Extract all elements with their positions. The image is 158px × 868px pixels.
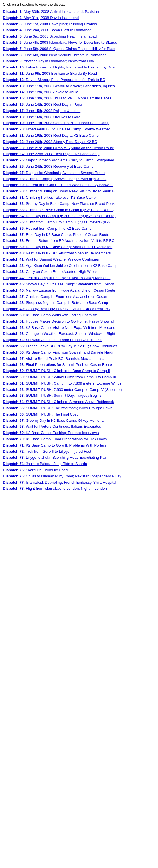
dispatch-link-40[interactable]: Dispatch 40: Rest Day in K2 BC; Visit fr… xyxy=(3,250,155,256)
dispatch-label-73: Dispatch 73: xyxy=(3,455,26,460)
dispatch-link-50[interactable]: Dispatch 50: K2 Base Camp Waits with Fad… xyxy=(3,312,155,318)
dispatch-link-56[interactable]: Dispatch 56: K2 Base Camp; Visit from Sp… xyxy=(3,349,155,355)
dispatch-link-65[interactable]: Dispatch 65: SUMMIT PUSH: The Aftermath;… xyxy=(3,405,155,411)
dispatch-link-4[interactable]: Dispatch 4: June 2nd, 2008 Bomb Blast In… xyxy=(3,27,155,33)
dispatch-link-60[interactable]: Dispatch 60: SUMMIT PUSH: Windy Climb fr… xyxy=(3,374,155,380)
dispatch-link-54[interactable]: Dispatch 54: Snowfall Continues; Three F… xyxy=(3,337,155,343)
dispatch-title-1: May 30th, 2008 Arrival In Islamabad, Pak… xyxy=(24,9,99,13)
dispatch-label-56: Dispatch 56: xyxy=(3,350,26,354)
dispatch-link-13[interactable]: Dispatch 13: June 11th, 2008 Skardu to A… xyxy=(3,83,155,89)
dispatch-link-68[interactable]: Dispatch 68: Wait for Porters Continues;… xyxy=(3,424,155,430)
dispatch-link-1[interactable]: Dispatch 1: May 30th, 2008 Arrival In Is… xyxy=(3,9,155,15)
dispatch-link-39[interactable]: Dispatch 39: Rest Day in K2 Base Camp; A… xyxy=(3,244,155,250)
dispatch-link-52[interactable]: Dispatch 52: K2 Base Camp; Visit to Nori… xyxy=(3,325,155,331)
dispatch-link-67[interactable]: Dispatch 67: Gloomy Day in K2 Base Camp;… xyxy=(3,418,155,424)
dispatch-link-59[interactable]: Dispatch 59: SUMMIT PUSH: Climb from Bas… xyxy=(3,368,155,374)
dispatch-link-24[interactable]: Dispatch 24: June 22nd, 2008 Rest Day at… xyxy=(3,151,155,157)
dispatch-link-31[interactable]: Dispatch 31: Climbing Politics Take over… xyxy=(3,195,155,200)
dispatch-link-58[interactable]: Dispatch 58: Final Preparations for Summ… xyxy=(3,362,155,368)
dispatch-link-72[interactable]: Dispatch 72: Trek from Goro II to Lillyg… xyxy=(3,449,155,455)
dispatch-title-76: Chilas to Islamabad by Road; Pakistan In… xyxy=(26,474,121,478)
dispatch-link-73[interactable]: Dispatch 73: Lillygo to Jhula; Scorching… xyxy=(3,455,155,461)
dispatch-link-21[interactable]: Dispatch 21: June 19th, 2008 Rest Day at… xyxy=(3,133,155,139)
dispatch-link-34[interactable]: Dispatch 34: Rest Day in Camp II (6,300 … xyxy=(3,213,155,219)
dispatch-link-3[interactable]: Dispatch 3: June 1st, 2008 Rawalpindi; R… xyxy=(3,21,155,27)
dispatch-label-69: Dispatch 69: xyxy=(3,431,26,435)
dispatch-link-55[interactable]: Dispatch 55: French Leave BC; Busy Day i… xyxy=(3,343,155,349)
dispatch-link-43[interactable]: Dispatch 43: Carry on Cesan Route Aborte… xyxy=(3,269,155,275)
dispatch-title-14: June 12th, 2008 Askole to Jhula xyxy=(26,90,78,94)
dispatch-link-38[interactable]: Dispatch 38: French Return from BP Accli… xyxy=(3,238,155,244)
dispatch-link-45[interactable]: Dispatch 45: Snowy Day in K2 Base Camp; … xyxy=(3,281,155,287)
dispatch-link-51[interactable]: Dispatch 51: Hugues Makes Decision to Go… xyxy=(3,319,155,324)
dispatch-link-36[interactable]: Dispatch 36: Retreat from Camp III to K2… xyxy=(3,226,155,231)
dispatch-title-16: June 14th, 2008 Rest Day in Paiju xyxy=(26,102,82,106)
dispatch-link-62[interactable]: Dispatch 62: SUMMIT PUSH: 7,600 meter Ca… xyxy=(3,387,155,393)
dispatch-link-48[interactable]: Dispatch 48: Sleepless Night in Camp II;… xyxy=(3,300,155,306)
dispatch-label-61: Dispatch 61: xyxy=(3,381,26,385)
dispatch-link-32[interactable]: Dispatch 32: Stormy Day in Base Camp; Ne… xyxy=(3,201,155,207)
dispatch-link-74[interactable]: Dispatch 74: Jhula to Pakora; Jeep Ride … xyxy=(3,461,155,467)
dispatch-link-20[interactable]: Dispatch 20: Broad Peak BC to K2 Base Ca… xyxy=(3,126,155,132)
dispatch-link-30[interactable]: Dispatch 30: Climber Missing on Broad Pe… xyxy=(3,188,155,194)
dispatch-link-75[interactable]: Dispatch 75: Skardu to Chilas by Road xyxy=(3,467,155,473)
dispatch-link-76[interactable]: Dispatch 76: Chilas to Islamabad by Road… xyxy=(3,473,155,479)
dispatch-link-14[interactable]: Dispatch 14: June 12th, 2008 Askole to J… xyxy=(3,89,155,95)
dispatch-link-25[interactable]: Dispatch 25: Major Stomach Problems, Car… xyxy=(3,157,155,163)
dispatch-title-53: Change in Weather Forecast; Summit Windo… xyxy=(26,332,115,336)
dispatch-link-66[interactable]: Dispatch 66: SUMMIT PUSH: The Final Cost xyxy=(3,411,155,417)
dispatch-title-73: Lillygo to Jhula; Scorching Heat; Excrut… xyxy=(26,455,107,460)
dispatch-link-49[interactable]: Dispatch 49: Gloomy Rest Day in K2 BC; V… xyxy=(3,306,155,312)
dispatch-title-33: Climb from Base Camp to Camp II (K2; Ces… xyxy=(26,208,114,212)
dispatch-link-5[interactable]: Dispatch 5: June 3rd, 2008 Scorching Hea… xyxy=(3,34,155,39)
dispatch-link-64[interactable]: Dispatch 64: SUMMIT PUSH: Climbers Stran… xyxy=(3,399,155,405)
dispatch-link-16[interactable]: Dispatch 16: June 14th, 2008 Rest Day in… xyxy=(3,102,155,108)
dispatch-label-5: Dispatch 5: xyxy=(3,34,24,38)
dispatch-link-61[interactable]: Dispatch 61: SUMMIT PUSH: Camp III to 7,… xyxy=(3,380,155,386)
dispatch-link-29[interactable]: Dispatch 29: Retreat from Camp I in Bad … xyxy=(3,182,155,188)
dispatch-title-37: Rest Day in K2 Base Camp; Photo of Cesan… xyxy=(26,232,109,237)
dispatch-label-78: Dispatch 78: xyxy=(3,486,26,491)
dispatch-link-11[interactable]: Dispatch 11: June 9th, 2008 Besham to Sk… xyxy=(3,71,155,77)
dispatch-link-9[interactable]: Dispatch 9: Another Day in Islamabad; Ne… xyxy=(3,58,155,64)
dispatch-link-22[interactable]: Dispatch 22: June 20th, 2008 Stormy Rest… xyxy=(3,139,155,145)
dispatch-link-41[interactable]: Dispatch 41: Wait for Summit Weather Win… xyxy=(3,257,155,262)
dispatch-link-19[interactable]: Dispatch 19: June 17th, 2008 Goro II to … xyxy=(3,120,155,126)
dispatch-link-46[interactable]: Dispatch 46: Narrow Escape from Huge Ava… xyxy=(3,288,155,293)
dispatch-link-77[interactable]: Dispatch 77: Islamabad; Debriefing, Fren… xyxy=(3,480,155,486)
dispatch-label-6: Dispatch 6: xyxy=(3,40,24,44)
dispatch-link-12[interactable]: Dispatch 12: Day In Skardu; Final Prepar… xyxy=(3,77,155,83)
dispatch-link-53[interactable]: Dispatch 53: Change in Weather Forecast;… xyxy=(3,331,155,337)
dispatch-link-37[interactable]: Dispatch 37: Rest Day in K2 Base Camp; P… xyxy=(3,232,155,238)
dispatch-link-2[interactable]: Dispatch 2: May 31st, 2008 Day In Islama… xyxy=(3,15,155,21)
dispatch-link-8[interactable]: Dispatch 8: June 6th, 2008 New Security … xyxy=(3,52,155,58)
dispatch-label-74: Dispatch 74: xyxy=(3,462,26,466)
dispatch-link-42[interactable]: Dispatch 42: Aga Khan Golden Jubilee Cel… xyxy=(3,263,155,269)
dispatch-link-23[interactable]: Dispatch 23: June 21st, 2008 Climb to 5,… xyxy=(3,145,155,151)
dispatch-link-35[interactable]: Dispatch 35: Climb from Camp II to Camp … xyxy=(3,219,155,225)
dispatch-link-7[interactable]: Dispatch 7: June 5th, 2008 Al Qaeda Clai… xyxy=(3,46,155,52)
dispatch-link-17[interactable]: Dispatch 17: June 15th, 2008 Paiju to Ur… xyxy=(3,108,155,114)
dispatch-link-15[interactable]: Dispatch 15: June 13th, 2008 Jhula to Pa… xyxy=(3,95,155,101)
dispatch-link-27[interactable]: Dispatch 27: Diagnosis: Giardiasis; Aval… xyxy=(3,170,155,176)
dispatch-link-69[interactable]: Dispatch 69: K2 Base Camp; Packing; Endl… xyxy=(3,430,155,436)
dispatch-link-63[interactable]: Dispatch 63: SUMMIT PUSH: Summit Day; Tr… xyxy=(3,393,155,399)
dispatch-link-44[interactable]: Dispatch 44: Tent at Camp III Destroyed;… xyxy=(3,275,155,281)
dispatch-title-54: Snowfall Continues; Three French Out of … xyxy=(26,338,102,342)
dispatch-link-57[interactable]: Dispatch 57: Visit to Broad Peak BC; Spa… xyxy=(3,356,155,362)
dispatch-link-10[interactable]: Dispatch 10: False Hopes for Flights; Is… xyxy=(3,64,155,70)
dispatch-link-28[interactable]: Dispatch 28: Climb to Camp I; Snowfall b… xyxy=(3,176,155,182)
dispatch-label-33: Dispatch 33: xyxy=(3,208,26,212)
dispatch-link-18[interactable]: Dispatch 18: June 16th, 2008 Urdukas to … xyxy=(3,114,155,120)
dispatch-link-26[interactable]: Dispatch 26: June 24th, 2008 Recovery at… xyxy=(3,164,155,170)
dispatch-label-36: Dispatch 36: xyxy=(3,226,26,230)
dispatch-link-47[interactable]: Dispatch 47: Climb to Camp II; Enormous … xyxy=(3,294,155,300)
dispatch-link-33[interactable]: Dispatch 33: Climb from Base Camp to Cam… xyxy=(3,207,155,213)
dispatch-title-56: K2 Base Camp; Visit from Spanish and Dan… xyxy=(26,350,113,354)
dispatch-link-6[interactable]: Dispatch 6: June 4th, 2008 Islamabad; Ne… xyxy=(3,40,155,46)
dispatch-label-32: Dispatch 32: xyxy=(3,202,26,206)
dispatch-link-70[interactable]: Dispatch 70: K2 Base Camp; Final Prepara… xyxy=(3,436,155,442)
dispatch-link-71[interactable]: Dispatch 71: K2 Base Camp to Goro II; Pr… xyxy=(3,442,155,448)
dispatch-link-78[interactable]: Dispatch 78: Flight from Islamabad to Lo… xyxy=(3,486,155,492)
dispatch-label-23: Dispatch 23: xyxy=(3,146,26,150)
